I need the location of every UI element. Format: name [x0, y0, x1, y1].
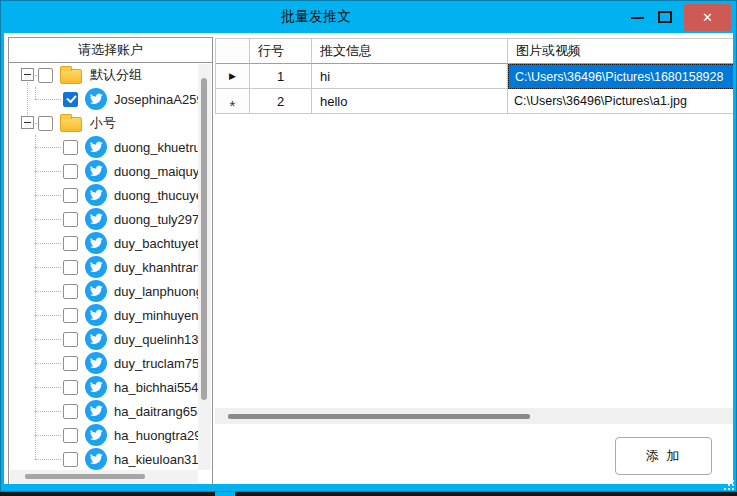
- collapse-icon[interactable]: [21, 116, 34, 129]
- twitter-icon: [85, 424, 107, 446]
- tree-horizontal-scrollbar[interactable]: [10, 470, 198, 483]
- account-tree: 默认分组 JosephinaA259 小号: [8, 62, 213, 484]
- app-window: 批量发推文 ✕ 请选择账户 默认分组: [0, 0, 737, 492]
- row-header-column[interactable]: [216, 39, 250, 64]
- tree-account-item[interactable]: JosephinaA259: [10, 87, 213, 111]
- account-label: duy_bachtuyet8: [114, 236, 206, 251]
- lineno-cell[interactable]: 1: [250, 64, 312, 89]
- tree-account-item[interactable]: duy_minhuyen5: [10, 303, 213, 327]
- collapse-icon[interactable]: [21, 68, 34, 81]
- media-cell[interactable]: C:\Users\36496\Pictures\a1.jpg: [508, 89, 733, 114]
- tree-account-item[interactable]: ha_huongtra29: [10, 423, 213, 447]
- account-checkbox[interactable]: [63, 236, 78, 251]
- window-content: 请选择账户 默认分组 JosephinaA259: [4, 33, 733, 484]
- close-button[interactable]: ✕: [684, 4, 731, 31]
- account-label: ha_daitrang658: [114, 404, 204, 419]
- tree-account-item[interactable]: duy_lanphuong: [10, 279, 213, 303]
- tree-account-item[interactable]: duong_khuetru: [10, 135, 213, 159]
- table-row[interactable]: ▶ 1 hi C:\Users\36496\Pictures\168015892…: [216, 64, 733, 89]
- add-button[interactable]: 添 加: [615, 437, 712, 475]
- folder-icon: [60, 117, 82, 132]
- account-checkbox[interactable]: [63, 260, 78, 275]
- scrollbar-thumb[interactable]: [201, 78, 207, 400]
- account-checkbox[interactable]: [63, 332, 78, 347]
- titlebar[interactable]: 批量发推文 ✕: [0, 0, 737, 33]
- tree-account-item[interactable]: ha_kieuloan317: [10, 447, 213, 471]
- column-header-media[interactable]: 图片或视频: [508, 39, 733, 64]
- twitter-icon: [85, 376, 107, 398]
- column-header-tweet[interactable]: 推文信息: [312, 39, 508, 64]
- background-notch: [215, 492, 235, 496]
- table-header-row: 行号 推文信息 图片或视频: [216, 39, 733, 64]
- tree-group-default[interactable]: 默认分组: [10, 63, 213, 87]
- current-row-icon: ▶: [229, 71, 236, 81]
- twitter-icon: [85, 304, 107, 326]
- account-label: duong_thucuye: [114, 188, 203, 203]
- account-label: duong_maiquy: [114, 164, 199, 179]
- tree-vertical-scrollbar[interactable]: [198, 64, 211, 470]
- account-checkbox[interactable]: [63, 140, 78, 155]
- twitter-icon: [85, 280, 107, 302]
- twitter-icon: [85, 232, 107, 254]
- scrollbar-thumb[interactable]: [25, 474, 145, 479]
- twitter-icon: [85, 88, 107, 110]
- resize-grip-icon[interactable]: [722, 478, 734, 490]
- account-checkbox[interactable]: [63, 164, 78, 179]
- twitter-icon: [85, 328, 107, 350]
- window-title: 批量发推文: [281, 8, 351, 26]
- twitter-icon: [85, 352, 107, 374]
- account-checkbox[interactable]: [63, 284, 78, 299]
- tree-account-item[interactable]: duy_quelinh133: [10, 327, 213, 351]
- account-label: ha_bichhai5543: [114, 380, 206, 395]
- tree-group-small[interactable]: 小号: [10, 111, 213, 135]
- grid-horizontal-scrollbar[interactable]: [215, 408, 733, 424]
- scrollbar-thumb[interactable]: [228, 414, 530, 419]
- tweet-cell[interactable]: hello: [312, 89, 508, 114]
- lineno-cell[interactable]: 2: [250, 89, 312, 114]
- tree-rows: 默认分组 JosephinaA259 小号: [10, 63, 213, 471]
- account-checkbox[interactable]: [63, 452, 78, 467]
- tree-account-item[interactable]: duong_maiquy: [10, 159, 213, 183]
- twitter-icon: [85, 184, 107, 206]
- tree-account-item[interactable]: ha_daitrang658: [10, 399, 213, 423]
- twitter-icon: [85, 208, 107, 230]
- account-checkbox[interactable]: [63, 428, 78, 443]
- tree-account-item[interactable]: duong_tuly297: [10, 207, 213, 231]
- tree-account-item[interactable]: duy_khanhtran: [10, 255, 213, 279]
- account-label: ha_kieuloan317: [114, 452, 206, 467]
- tree-account-item[interactable]: duy_truclam759: [10, 351, 213, 375]
- table-row[interactable]: * 2 hello C:\Users\36496\Pictures\a1.jpg: [216, 89, 733, 114]
- tree-account-item[interactable]: ha_bichhai5543: [10, 375, 213, 399]
- column-header-lineno[interactable]: 行号: [250, 39, 312, 64]
- account-checkbox[interactable]: [63, 308, 78, 323]
- account-checkbox[interactable]: [63, 380, 78, 395]
- account-label: duy_truclam759: [114, 356, 207, 371]
- tweet-table: 行号 推文信息 图片或视频 ▶ 1 hi C:\Users\36496\Pict…: [215, 38, 733, 114]
- account-panel-header: 请选择账户: [8, 37, 213, 63]
- twitter-icon: [85, 136, 107, 158]
- account-checkbox[interactable]: [63, 356, 78, 371]
- account-checkbox[interactable]: [63, 404, 78, 419]
- row-header-cell[interactable]: ▶: [216, 64, 250, 89]
- group-checkbox[interactable]: [38, 68, 53, 83]
- minimize-icon[interactable]: [631, 17, 644, 19]
- media-cell-selected[interactable]: C:\Users\36496\Pictures\1680158928: [508, 64, 733, 89]
- tree-account-item[interactable]: duy_bachtuyet8: [10, 231, 213, 255]
- row-header-cell[interactable]: *: [216, 89, 250, 114]
- tweet-grid-wrap: 行号 推文信息 图片或视频 ▶ 1 hi C:\Users\36496\Pict…: [215, 38, 733, 408]
- new-row-icon: *: [230, 97, 236, 114]
- group-label: 默认分组: [90, 66, 142, 84]
- twitter-icon: [85, 256, 107, 278]
- tree-account-item[interactable]: duong_thucuye: [10, 183, 213, 207]
- account-checkbox[interactable]: [63, 188, 78, 203]
- account-checkbox-checked[interactable]: [63, 92, 78, 107]
- twitter-icon: [85, 160, 107, 182]
- folder-icon: [60, 69, 82, 84]
- group-label: 小号: [90, 114, 116, 132]
- tweet-cell[interactable]: hi: [312, 64, 508, 89]
- screen: 批量发推文 ✕ 请选择账户 默认分组: [0, 0, 737, 496]
- account-checkbox[interactable]: [63, 212, 78, 227]
- group-checkbox[interactable]: [38, 116, 53, 131]
- maximize-icon[interactable]: [658, 11, 672, 23]
- account-label: ha_huongtra29: [114, 428, 201, 443]
